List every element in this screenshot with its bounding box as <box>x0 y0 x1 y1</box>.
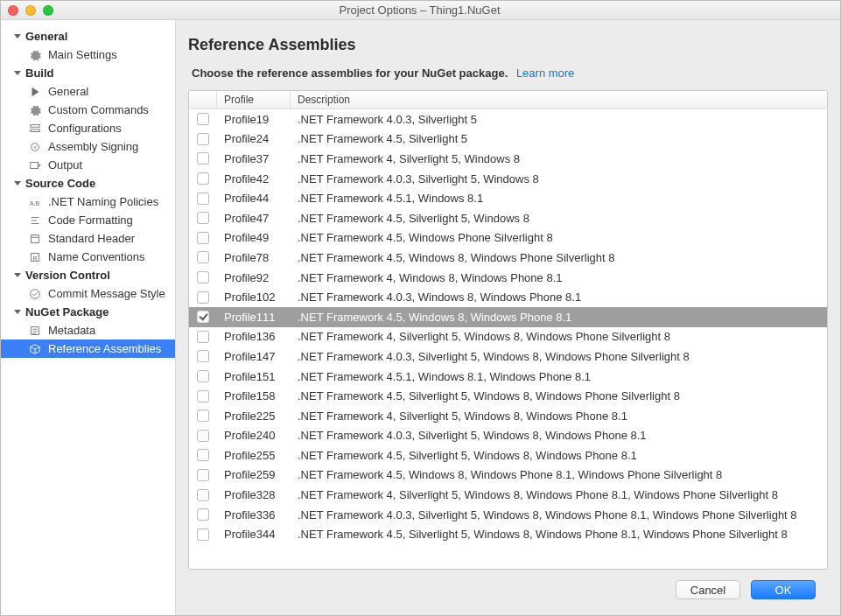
row-checkbox-cell <box>189 348 217 364</box>
ok-button[interactable]: OK <box>751 580 816 599</box>
row-profile: Profile111 <box>217 309 291 326</box>
column-profile[interactable]: Profile <box>217 91 291 108</box>
row-checkbox-cell <box>189 388 217 404</box>
row-checkbox[interactable] <box>197 152 209 164</box>
row-checkbox[interactable] <box>197 390 209 402</box>
table-row[interactable]: Profile255.NET Framework 4.5, Silverligh… <box>189 445 827 466</box>
page-title: Reference Assemblies <box>188 32 828 66</box>
sidebar-item[interactable]: Metadata <box>1 321 175 340</box>
sidebar-item-label: Standard Header <box>48 232 135 245</box>
row-checkbox[interactable] <box>197 212 209 224</box>
disclosure-icon <box>13 69 22 78</box>
table-row[interactable]: Profile147.NET Framework 4.0.3, Silverli… <box>189 346 827 367</box>
table-row[interactable]: Profile240.NET Framework 4.0.3, Silverli… <box>189 426 827 446</box>
hdr-icon <box>29 233 41 245</box>
sidebar-item[interactable]: Commit Message Style <box>1 284 175 303</box>
learn-more-link[interactable]: Learn more <box>516 66 574 80</box>
profiles-table: Profile Description Profile19.NET Framew… <box>188 90 828 570</box>
sidebar-item[interactable]: A.B.NET Naming Policies <box>1 192 175 211</box>
row-checkbox[interactable] <box>197 331 209 343</box>
sidebar-group-header[interactable]: Build <box>1 64 175 82</box>
table-row[interactable]: Profile42.NET Framework 4.0.3, Silverlig… <box>189 169 827 189</box>
row-profile: Profile136 <box>217 328 291 345</box>
row-checkbox[interactable] <box>197 469 209 481</box>
row-checkbox[interactable] <box>197 311 209 323</box>
row-checkbox[interactable] <box>197 271 209 284</box>
abc-icon: A.B <box>29 196 41 208</box>
table-row[interactable]: Profile78.NET Framework 4.5, Windows 8, … <box>189 248 827 268</box>
sidebar-item-label: Reference Assemblies <box>48 342 161 355</box>
sidebar-item[interactable]: Main Settings <box>1 46 175 64</box>
sidebar-item[interactable]: General <box>1 82 175 101</box>
disclosure-icon <box>13 308 22 317</box>
table-row[interactable]: Profile47.NET Framework 4.5, Silverlight… <box>189 208 827 228</box>
sidebar-item[interactable]: Configurations <box>1 119 175 137</box>
cancel-button[interactable]: Cancel <box>676 580 740 599</box>
row-checkbox[interactable] <box>197 430 209 442</box>
sidebar-item[interactable]: Custom Commands <box>1 101 175 119</box>
sidebar-item[interactable]: RName Conventions <box>1 248 175 266</box>
row-checkbox[interactable] <box>197 251 209 263</box>
row-profile: Profile151 <box>217 368 291 385</box>
table-row[interactable]: Profile225.NET Framework 4, Silverlight … <box>189 406 827 426</box>
window-title: Project Options – Thing1.NuGet <box>6 4 833 17</box>
sidebar-group-header[interactable]: General <box>1 27 175 46</box>
row-checkbox[interactable] <box>197 370 209 382</box>
table-row[interactable]: Profile328.NET Framework 4, Silverlight … <box>189 485 827 505</box>
sidebar-item[interactable]: Output <box>1 156 175 174</box>
sidebar-group-header[interactable]: Version Control <box>1 266 175 284</box>
row-checkbox[interactable] <box>197 508 209 521</box>
table-row[interactable]: Profile37.NET Framework 4, Silverlight 5… <box>189 149 827 169</box>
row-checkbox-cell <box>189 329 217 345</box>
table-row[interactable]: Profile102.NET Framework 4.0.3, Windows … <box>189 287 827 307</box>
svg-text:A.B: A.B <box>30 200 40 206</box>
table-row[interactable]: Profile44.NET Framework 4.5.1, Windows 8… <box>189 188 827 208</box>
sidebar: GeneralMain SettingsBuildGeneralCustom C… <box>1 20 176 615</box>
row-checkbox[interactable] <box>197 489 209 501</box>
row-profile: Profile328 <box>217 486 291 503</box>
row-description: .NET Framework 4.0.3, Silverlight 5 <box>291 111 827 128</box>
row-checkbox[interactable] <box>197 133 209 145</box>
row-checkbox[interactable] <box>197 449 209 461</box>
project-options-window: Project Options – Thing1.NuGet GeneralMa… <box>0 0 841 616</box>
sidebar-item[interactable]: Assembly Signing <box>1 137 175 156</box>
column-description[interactable]: Description <box>291 91 827 108</box>
table-row[interactable]: Profile259.NET Framework 4.5, Windows 8,… <box>189 466 827 486</box>
sidebar-group-label: NuGet Package <box>25 305 109 318</box>
sidebar-item[interactable]: Standard Header <box>1 229 175 248</box>
row-checkbox[interactable] <box>197 232 209 244</box>
row-profile: Profile92 <box>217 270 291 286</box>
row-checkbox[interactable] <box>197 350 209 362</box>
row-profile: Profile47 <box>217 210 291 227</box>
row-profile: Profile344 <box>217 526 291 542</box>
row-checkbox[interactable] <box>197 291 209 304</box>
table-row[interactable]: Profile136.NET Framework 4, Silverlight … <box>189 327 827 347</box>
table-row[interactable]: Profile19.NET Framework 4.0.3, Silverlig… <box>189 109 827 130</box>
meta-icon <box>29 325 41 337</box>
table-row[interactable]: Profile111.NET Framework 4.5, Windows 8,… <box>189 307 827 327</box>
sidebar-group-header[interactable]: NuGet Package <box>1 303 175 321</box>
table-row[interactable]: Profile158.NET Framework 4.5, Silverligh… <box>189 386 827 406</box>
disclosure-icon <box>13 179 22 188</box>
table-row[interactable]: Profile344.NET Framework 4.5, Silverligh… <box>189 524 827 544</box>
sidebar-item[interactable]: Code Formatting <box>1 211 175 229</box>
row-description: .NET Framework 4, Silverlight 5, Windows… <box>291 486 827 503</box>
dialog-footer: Cancel OK <box>188 570 828 610</box>
table-row[interactable]: Profile49.NET Framework 4.5, Windows Pho… <box>189 228 827 248</box>
row-checkbox[interactable] <box>197 528 209 541</box>
table-row[interactable]: Profile92.NET Framework 4, Windows 8, Wi… <box>189 268 827 288</box>
sidebar-item-label: Commit Message Style <box>48 287 165 300</box>
table-row[interactable]: Profile24.NET Framework 4.5, Silverlight… <box>189 130 827 150</box>
sidebar-group-header[interactable]: Source Code <box>1 174 175 192</box>
row-checkbox[interactable] <box>197 410 209 422</box>
row-checkbox[interactable] <box>197 192 209 205</box>
row-checkbox[interactable] <box>197 113 209 125</box>
row-profile: Profile255 <box>217 447 291 464</box>
table-row[interactable]: Profile151.NET Framework 4.5.1, Windows … <box>189 367 827 387</box>
row-profile: Profile24 <box>217 130 291 147</box>
table-body[interactable]: Profile19.NET Framework 4.0.3, Silverlig… <box>189 109 827 569</box>
row-checkbox[interactable] <box>197 172 209 185</box>
sidebar-item[interactable]: Reference Assemblies <box>1 340 175 358</box>
row-description: .NET Framework 4.5, Silverlight 5, Windo… <box>291 210 827 227</box>
table-row[interactable]: Profile336.NET Framework 4.0.3, Silverli… <box>189 505 827 525</box>
